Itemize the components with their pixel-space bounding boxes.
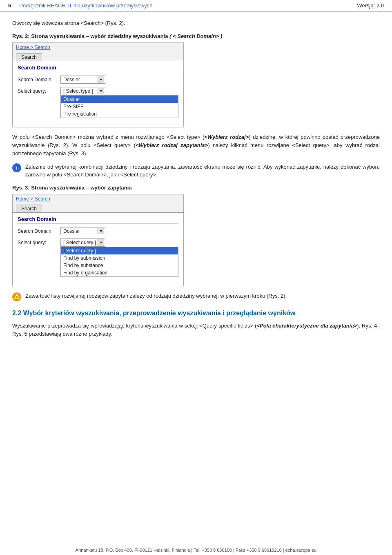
fig3-field1-arrow[interactable]: ▼: [98, 228, 104, 234]
footer-text: Annankatu 18, P.O. Box 400, FI-00121 Hel…: [76, 548, 316, 553]
fig3-screenshot: Home > Search Search Search Domain Searc…: [12, 194, 184, 286]
info-icon: i: [12, 163, 21, 172]
notice2-text: Zawartość listy rozwijanej rodzajów zapy…: [25, 292, 287, 300]
fig3-field2-value: [ Select query ]: [62, 239, 98, 246]
intro-text: Otworzy się wówczas strona <Search> (Rys…: [12, 20, 125, 26]
fig3-section-header: Search Domain: [18, 216, 178, 224]
fig2-breadcrumb: Home > Search: [13, 43, 183, 52]
fig2-content: Search Domain Search Domain: Dossier ▼ S…: [13, 61, 183, 127]
fig3-field2-row: Select query: [ Select query ] ▼ [ Selec…: [18, 238, 178, 277]
warning-icon: ⚠: [12, 292, 21, 301]
fig3-field1-value: Dossier: [62, 228, 98, 234]
para1-italic1: <Wybierz rodzaj>: [204, 134, 249, 140]
fig3-field2-label: Select query:: [18, 238, 60, 245]
fig2-tab-row: Search: [13, 52, 183, 61]
fig3-field1-control: Dossier ▼: [60, 227, 178, 235]
fig2-field1-row: Search Domain: Dossier ▼: [18, 76, 178, 84]
page-header: 6 Podręcznik REACH-IT dla użytkowników p…: [0, 0, 392, 12]
fig2-search-domain-select[interactable]: Dossier ▼: [60, 76, 105, 84]
fig3-dropdown-item-2[interactable]: Find by substance: [61, 262, 178, 269]
section-2-2-heading: 2.2 Wybór kryteriów wyszukiwania, przepr…: [12, 309, 380, 318]
fig3-dropdown-item-3[interactable]: Find by organisation: [61, 269, 178, 276]
page-footer: Annankatu 18, P.O. Box 400, FI-00121 Hel…: [0, 545, 392, 555]
fig2-select-query-select[interactable]: [ Select type ] ▼: [60, 87, 105, 95]
fig2-screenshot: Home > Search Search Search Domain Searc…: [12, 42, 184, 127]
fig2-dropdown-item-2[interactable]: Pre-registration: [61, 110, 178, 118]
notice1-box: i Zależnie od wybranej kombinacji dziedz…: [12, 163, 380, 179]
fig3-caption: Rys. 3: Strona wyszukiwania – wybór zapy…: [12, 185, 380, 191]
page-number: 6: [8, 2, 11, 9]
fig3-field2-arrow[interactable]: ▼: [98, 239, 104, 246]
fig2-search-tab[interactable]: Search: [16, 53, 42, 61]
fig2-field1-value: Dossier: [62, 76, 98, 83]
fig3-select-query-select[interactable]: [ Select query ] ▼: [60, 238, 105, 247]
fig2-caption: Rys. 2: Strona wyszukiwania – wybór dzie…: [12, 33, 380, 39]
fig2-field2-arrow[interactable]: ▼: [98, 88, 104, 94]
fig2-field1-control: Dossier ▼: [60, 76, 178, 84]
fig2-field2-value: [ Select type ]: [62, 88, 98, 94]
fig3-search-domain-select[interactable]: Dossier ▼: [60, 227, 105, 235]
fig3-breadcrumb: Home > Search: [13, 194, 183, 203]
fig3-field2-control: [ Select query ] ▼ [ Select query ] Find…: [60, 238, 178, 277]
fig2-field2-control: [ Select type ] ▼ Dossier Pre-SIEF Pre-r…: [60, 87, 178, 118]
para2: Wyszukiwanie przeprowadza się wprowadzaj…: [12, 322, 380, 338]
fig2-field2-label: Select query:: [18, 87, 60, 94]
intro-paragraph: Otworzy się wówczas strona <Search> (Rys…: [12, 19, 380, 27]
version-label: Wersja: 2.0: [357, 2, 384, 9]
para1-italic2: <Wybierz rodzaj zapytania>: [136, 142, 208, 148]
fig3-dropdown-menu: [ Select query ] Find by submission Find…: [60, 247, 178, 277]
fig3-dropdown-item-0[interactable]: [ Select query ]: [61, 247, 178, 254]
fig3-search-tab[interactable]: Search: [16, 205, 42, 212]
fig2-field2-row: Select query: [ Select type ] ▼ Dossier …: [18, 87, 178, 118]
para2-italic: <Pola charakterystyczne dla zapytania>: [256, 323, 357, 329]
fig3-dropdown-item-1[interactable]: Find by submission: [61, 254, 178, 262]
fig2-dropdown-item-1[interactable]: Pre-SIEF: [61, 103, 178, 110]
fig2-field1-arrow[interactable]: ▼: [98, 76, 104, 83]
fig3-content: Search Domain Search Domain: Dossier ▼ S…: [13, 212, 183, 286]
fig3-field1-label: Search Domain:: [18, 227, 60, 234]
fig3-tab-row: Search: [13, 203, 183, 212]
fig2-dropdown-item-0[interactable]: Dossier: [61, 96, 178, 103]
fig2-field1-label: Search Domain:: [18, 76, 60, 82]
notice1-text: Zależnie od wybranej kombinacji dziedzin…: [25, 163, 380, 179]
fig3-field1-row: Search Domain: Dossier ▼: [18, 227, 178, 235]
notice2-box: ⚠ Zawartość listy rozwijanej rodzajów za…: [12, 292, 380, 301]
document-title: Podręcznik REACH-IT dla użytkowników prz…: [19, 2, 357, 9]
main-content: Otworzy się wówczas strona <Search> (Rys…: [0, 12, 392, 367]
fig2-section-header: Search Domain: [18, 65, 178, 72]
fig2-dropdown-menu: Dossier Pre-SIEF Pre-registration: [60, 95, 178, 118]
para1: W polu <Search Domain> można wybrać z me…: [12, 133, 380, 158]
